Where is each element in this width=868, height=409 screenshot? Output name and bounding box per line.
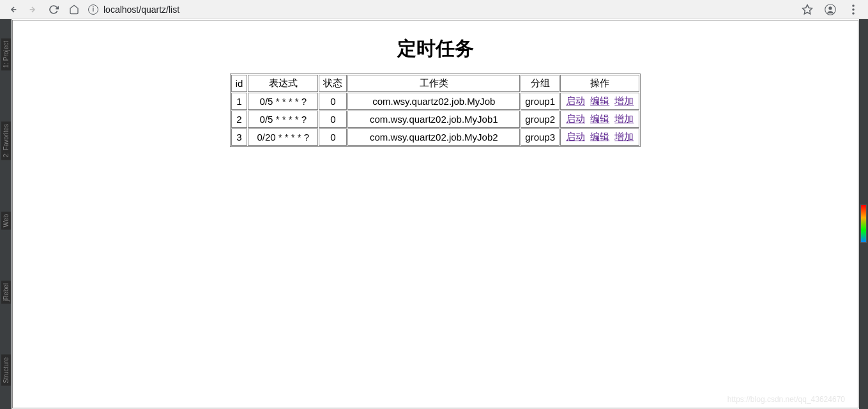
svg-point-5 (852, 4, 855, 7)
start-link[interactable]: 启动 (566, 131, 585, 142)
cell-group: group1 (521, 93, 560, 110)
page-title: 定时任务 (13, 36, 858, 62)
ide-right-sidebar (859, 19, 868, 409)
address-bar[interactable]: i localhost/quartz/list (88, 4, 795, 15)
back-button[interactable] (8, 4, 18, 15)
forward-button[interactable] (28, 4, 38, 15)
watermark: https://blog.csdn.net/qq_43624670 (727, 395, 845, 404)
svg-point-6 (852, 8, 855, 11)
add-link[interactable]: 增加 (614, 113, 634, 124)
site-info-icon[interactable]: i (88, 4, 98, 15)
kebab-menu-icon[interactable] (848, 4, 859, 15)
cell-actions: 启动 编辑 增加 (560, 93, 639, 110)
header-status: 状态 (319, 75, 347, 92)
ide-tab-project[interactable]: 1: Project (1, 38, 11, 70)
svg-point-4 (828, 6, 832, 10)
table-row: 1 0/5 * * * * ? 0 com.wsy.quartz02.job.M… (231, 93, 640, 110)
ide-tab-jrebel[interactable]: jRebel (1, 281, 11, 304)
reload-button[interactable] (49, 4, 59, 15)
cell-status: 0 (319, 111, 347, 128)
edit-link[interactable]: 编辑 (590, 95, 609, 106)
cell-expr: 0/20 * * * * ? (248, 128, 318, 146)
add-link[interactable]: 增加 (614, 131, 634, 142)
cell-class: com.wsy.quartz02.job.MyJob2 (347, 128, 520, 146)
cell-group: group2 (521, 111, 560, 128)
ide-left-sidebar: 1: Project 2: Favorites Web jRebel Struc… (0, 19, 11, 409)
add-link[interactable]: 增加 (614, 95, 634, 106)
cell-expr: 0/5 * * * * ? (248, 111, 318, 128)
header-action: 操作 (560, 75, 639, 92)
ide-tab-favorites[interactable]: 2: Favorites (1, 121, 11, 160)
table-header-row: id 表达式 状态 工作类 分组 操作 (231, 75, 640, 92)
edit-link[interactable]: 编辑 (590, 131, 609, 142)
cell-id: 1 (231, 93, 248, 110)
edit-link[interactable]: 编辑 (590, 113, 609, 124)
table-row: 2 0/5 * * * * ? 0 com.wsy.quartz02.job.M… (231, 111, 640, 128)
cell-status: 0 (319, 128, 347, 146)
start-link[interactable]: 启动 (566, 113, 585, 124)
cell-class: com.wsy.quartz02.job.MyJob1 (347, 111, 520, 128)
home-button[interactable] (69, 4, 79, 15)
bookmark-icon[interactable] (802, 4, 813, 15)
browser-toolbar: i localhost/quartz/list (0, 0, 868, 19)
svg-point-7 (852, 12, 855, 15)
url-text: localhost/quartz/list (103, 4, 179, 15)
header-expr: 表达式 (248, 75, 318, 92)
profile-icon[interactable] (825, 4, 836, 15)
cell-actions: 启动 编辑 增加 (560, 128, 639, 146)
cell-group: group3 (521, 128, 560, 146)
ide-tab-web[interactable]: Web (1, 212, 11, 229)
table-row: 3 0/20 * * * * ? 0 com.wsy.quartz02.job.… (231, 128, 640, 146)
ide-tab-structure[interactable]: Structure (1, 355, 11, 386)
cell-id: 2 (231, 111, 248, 128)
header-group: 分组 (521, 75, 560, 92)
cell-status: 0 (319, 93, 347, 110)
browser-viewport: 定时任务 id 表达式 状态 工作类 分组 操作 1 0/5 * * * * ?… (11, 19, 859, 409)
cell-expr: 0/5 * * * * ? (248, 93, 318, 110)
page-content: 定时任务 id 表达式 状态 工作类 分组 操作 1 0/5 * * * * ?… (12, 20, 858, 408)
toolbar-right (802, 4, 859, 15)
header-class: 工作类 (347, 75, 520, 92)
cell-class: com.wsy.quartz02.job.MyJob (347, 93, 520, 110)
svg-marker-2 (803, 4, 812, 13)
cell-actions: 启动 编辑 增加 (560, 111, 639, 128)
cell-id: 3 (231, 128, 248, 146)
header-id: id (231, 75, 248, 92)
start-link[interactable]: 启动 (566, 95, 585, 106)
nav-icons (8, 4, 79, 15)
jobs-table: id 表达式 状态 工作类 分组 操作 1 0/5 * * * * ? 0 co… (230, 73, 641, 147)
inspection-indicator (860, 204, 867, 243)
